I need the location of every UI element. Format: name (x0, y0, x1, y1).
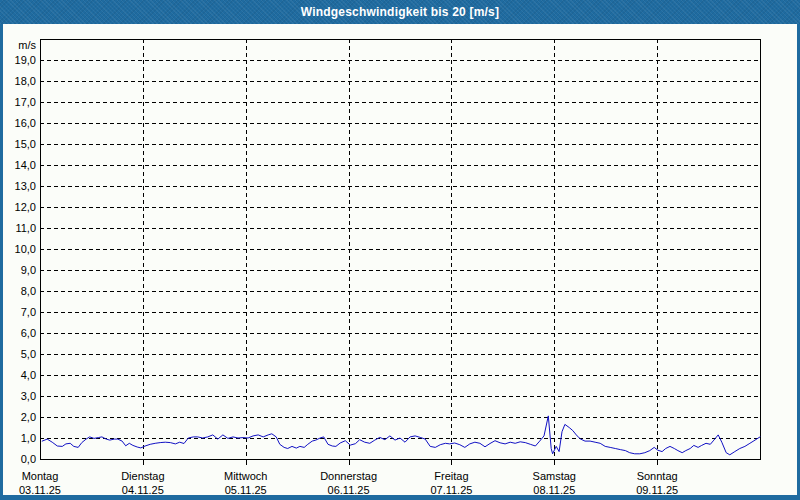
y-axis-tick-label: 1,0 (21, 432, 36, 444)
x-axis-date-label: 07.11.25 (430, 484, 472, 496)
y-axis-tick-label: 5,0 (21, 348, 36, 360)
y-axis-tick-label: 10,0 (15, 243, 36, 255)
x-axis-day-label: Donnerstag (320, 470, 377, 482)
x-axis-date-label: 05.11.25 (225, 484, 267, 496)
x-axis-labels: Montag03.11.25Dienstag04.11.25Mittwoch05… (19, 470, 678, 496)
y-axis-tick-label: 3,0 (21, 390, 36, 402)
x-axis-day-label: Sonntag (637, 470, 678, 482)
y-axis-tick-label: 9,0 (21, 264, 36, 276)
y-axis-tick-label: 17,0 (15, 96, 36, 108)
y-axis-tick-label: 18,0 (15, 75, 36, 87)
x-axis-day-label: Freitag (434, 470, 468, 482)
x-axis-date-label: 08.11.25 (533, 484, 575, 496)
x-axis-day-label: Mittwoch (224, 470, 267, 482)
x-axis-date-label: 04.11.25 (122, 484, 164, 496)
x-axis-ticks (144, 460, 658, 465)
y-axis-tick-label: 13,0 (15, 180, 36, 192)
x-axis-day-label: Samstag (533, 470, 576, 482)
wind-speed-line (42, 416, 760, 455)
gridlines (40, 39, 760, 459)
y-axis-tick-label: 19,0 (15, 54, 36, 66)
x-axis-date-label: 06.11.25 (328, 484, 370, 496)
wind-speed-chart: 0,01,02,03,04,05,06,07,08,09,010,011,012… (0, 0, 800, 500)
y-axis-tick-label: 14,0 (15, 159, 36, 171)
y-axis-tick-label: 7,0 (21, 306, 36, 318)
y-axis-unit-label: m/s (18, 39, 36, 51)
y-axis-tick-label: 6,0 (21, 327, 36, 339)
x-axis-date-label: 09.11.25 (636, 484, 678, 496)
y-axis-tick-label: 8,0 (21, 285, 36, 297)
y-axis-tick-label: 11,0 (15, 222, 36, 234)
y-axis-labels: 0,01,02,03,04,05,06,07,08,09,010,011,012… (15, 39, 37, 465)
y-axis-tick-label: 2,0 (21, 411, 36, 423)
x-axis-date-label: 03.11.25 (19, 484, 61, 496)
y-axis-tick-label: 15,0 (15, 138, 36, 150)
y-axis-tick-label: 16,0 (15, 117, 36, 129)
x-axis-day-label: Montag (22, 470, 59, 482)
y-axis-tick-label: 12,0 (15, 201, 36, 213)
y-axis-tick-label: 4,0 (21, 369, 36, 381)
x-axis-day-label: Dienstag (121, 470, 164, 482)
y-axis-tick-label: 0,0 (21, 453, 36, 465)
chart-window: Windgeschwindigkeit bis 20 [m/s] 0,01,02… (0, 0, 800, 500)
